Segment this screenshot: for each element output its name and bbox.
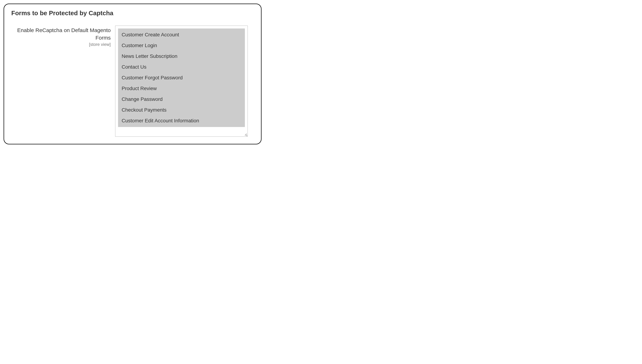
option-newsletter-subscription[interactable]: News Letter Subscription [118,51,245,62]
forms-multiselect[interactable]: Customer Create Account Customer Login N… [115,26,248,137]
config-panel: Forms to be Protected by Captcha Enable … [4,4,262,144]
option-customer-create-account[interactable]: Customer Create Account [118,30,245,40]
multiselect-list: Customer Create Account Customer Login N… [118,28,245,127]
option-customer-edit-account[interactable]: Customer Edit Account Information [118,115,245,126]
option-customer-forgot-password[interactable]: Customer Forgot Password [118,72,245,83]
option-customer-login[interactable]: Customer Login [118,40,245,51]
field-label-block: Enable ReCaptcha on Default Magento Form… [11,26,111,47]
field-scope: [store view] [11,42,111,47]
config-row: Enable ReCaptcha on Default Magento Form… [11,26,254,137]
section-title: Forms to be Protected by Captcha [11,10,254,17]
option-checkout-payments[interactable]: Checkout Payments [118,104,245,115]
option-change-password[interactable]: Change Password [118,94,245,104]
resize-handle-icon [244,132,247,136]
field-label: Enable ReCaptcha on Default Magento Form… [11,26,111,42]
option-product-review[interactable]: Product Review [118,83,245,94]
option-contact-us[interactable]: Contact Us [118,62,245,72]
